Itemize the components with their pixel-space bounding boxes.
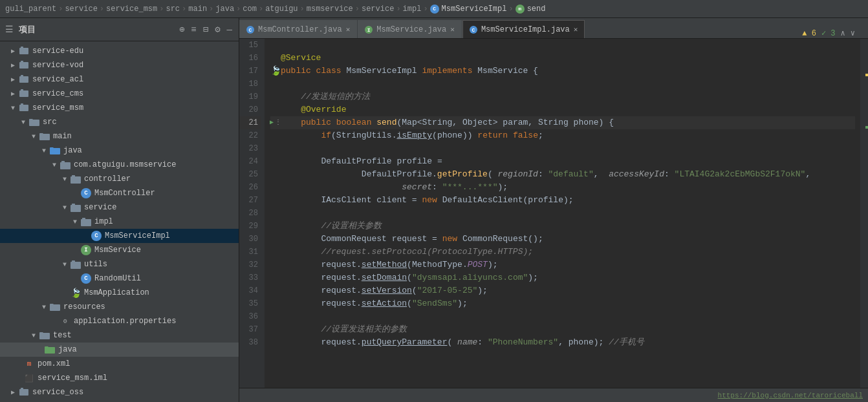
code-line: request . setAction ( "SendSms" ); xyxy=(270,297,855,310)
tree-label: pom.xml xyxy=(38,359,70,368)
expand-icon[interactable]: ≡ xyxy=(190,23,197,36)
tree-item-randomutil[interactable]: C RandomUtil xyxy=(0,271,239,286)
tree-item-msmserviceimpl[interactable]: C MsmServiceImpl xyxy=(0,229,239,243)
tree-item-java[interactable]: ▼ java xyxy=(0,143,239,158)
tab-bar: C MsmController.java ✕ I MsmService.java… xyxy=(239,18,868,39)
package-icon xyxy=(70,173,81,185)
tree-item-service-edu[interactable]: ▶ service-edu xyxy=(0,44,239,58)
tree-item-service-pkg[interactable]: ▼ service xyxy=(0,200,239,215)
tree-arrow: ▶ xyxy=(8,76,18,83)
chevron-down-icon[interactable]: ∨ xyxy=(851,28,855,38)
tree-label: MsmServiceImpl xyxy=(105,231,170,240)
tree-label: service_msm xyxy=(32,103,83,112)
code-line xyxy=(270,78,855,90)
code-line xyxy=(270,39,855,52)
tree-item-service-vod[interactable]: ▶ service-vod xyxy=(0,58,239,72)
collapse-icon[interactable]: ⊟ xyxy=(202,23,210,36)
xml-icon: m xyxy=(23,358,35,370)
tree-item-pom[interactable]: m pom.xml xyxy=(0,357,239,371)
module-icon xyxy=(18,59,30,71)
line-num: 31 xyxy=(239,246,261,259)
project-tree: ▶ service-edu ▶ service-vod ▶ service_ac… xyxy=(0,41,239,402)
line-num: 29 xyxy=(239,220,261,233)
breadcrumb-text: java xyxy=(215,5,234,14)
breadcrumb-text: service_msm xyxy=(106,5,157,14)
tree-item-resources[interactable]: ▼ resources xyxy=(0,300,239,314)
bean-marker: 🍃 xyxy=(270,65,281,78)
tree-item-package[interactable]: ▼ com.atguigu.msmservice xyxy=(0,158,239,172)
tree-item-java-test[interactable]: java xyxy=(0,343,239,357)
tab-icon: C xyxy=(246,25,254,34)
tree-item-msmapplication[interactable]: 🍃 MsmApplication xyxy=(0,286,239,300)
java-test-icon xyxy=(44,344,56,355)
line-num: 35 xyxy=(239,297,261,310)
tab-close-msmcontroller[interactable]: ✕ xyxy=(346,25,351,34)
line-num: 15 xyxy=(239,39,261,52)
tree-label: service_msm.iml xyxy=(38,374,107,383)
tree-item-service-cms[interactable]: ▶ service_cms xyxy=(0,87,239,101)
line-num: 17 xyxy=(239,65,261,78)
code-editor[interactable]: 15 16 17 18 19 20 21 22 23 24 25 26 27 2… xyxy=(239,39,868,388)
code-line xyxy=(270,207,855,220)
svg-rect-14 xyxy=(71,205,81,212)
line-num: 22 xyxy=(239,129,261,142)
breadcrumb-text: main xyxy=(188,5,207,14)
tab-close-msmserviceimpl[interactable]: ✕ xyxy=(574,25,578,34)
module-icon xyxy=(18,102,30,114)
sidebar-header: ☰ 项目 ⊕ ≡ ⊟ ⚙ — xyxy=(0,18,239,41)
tree-label: MsmService xyxy=(94,246,141,255)
code-content[interactable]: @Service 🍃 public class MsmServiceImpl i… xyxy=(265,39,860,388)
tree-label: com.atguigu.msmservice xyxy=(74,160,176,169)
tree-label: service-edu xyxy=(32,47,83,56)
tree-item-impl[interactable]: ▼ impl xyxy=(0,215,239,229)
interface-icon: I xyxy=(80,244,92,256)
tree-item-msmservice[interactable]: I MsmService xyxy=(0,243,239,257)
tree-arrow: ▼ xyxy=(18,119,28,126)
settings-icon[interactable]: ⚙ xyxy=(213,23,221,36)
tree-item-service-acl[interactable]: ▶ service_acl xyxy=(0,72,239,87)
tree-item-pom-service[interactable]: m pom.xml xyxy=(0,399,239,402)
status-url[interactable]: https://blog.csdn.net/taroriceball xyxy=(718,392,863,399)
close-sidebar-icon[interactable]: — xyxy=(226,23,233,36)
svg-rect-1 xyxy=(21,47,23,48)
code-line: //设置相关参数 xyxy=(270,220,855,233)
tree-item-utils[interactable]: ▼ utils xyxy=(0,257,239,271)
scroll-mark xyxy=(865,74,868,76)
tree-item-main[interactable]: ▼ main xyxy=(0,129,239,143)
tree-label: service_acl xyxy=(32,75,83,84)
svg-rect-18 xyxy=(71,262,81,269)
tab-icon: I xyxy=(365,25,373,34)
breadcrumb-text: impl xyxy=(403,5,422,14)
tree-label: impl xyxy=(94,217,113,226)
add-icon[interactable]: ⊕ xyxy=(178,23,186,36)
tree-item-controller[interactable]: ▼ controller xyxy=(0,172,239,186)
breadcrumb-text: src xyxy=(166,5,180,14)
tree-item-test[interactable]: ▼ test xyxy=(0,328,239,343)
tree-item-service-msm-iml[interactable]: ⬛ service_msm.iml xyxy=(0,371,239,385)
tab-msmservice[interactable]: I MsmService.java ✕ xyxy=(358,20,462,38)
code-line: //发送短信的方法 xyxy=(270,90,855,103)
breadcrumb-text: atguigu xyxy=(265,5,298,14)
tab-label: MsmService.java xyxy=(376,25,446,34)
tree-label: main xyxy=(53,132,72,141)
tree-item-service-oss[interactable]: ▶ service_oss xyxy=(0,385,239,399)
tree-label: src xyxy=(43,118,57,127)
tree-item-msmcontroller[interactable]: C MsmController xyxy=(0,186,239,200)
module-icon xyxy=(18,45,30,57)
properties-icon: ⚙ xyxy=(60,315,71,327)
tree-item-service-msm[interactable]: ▼ service_msm xyxy=(0,101,239,115)
tree-arrow: ▼ xyxy=(39,304,49,311)
chevron-up-icon[interactable]: ∧ xyxy=(841,28,845,38)
tree-label: service_oss xyxy=(32,388,83,397)
line-num: 23 xyxy=(239,142,261,155)
tree-item-app-properties[interactable]: ⚙ application.properties xyxy=(0,314,239,328)
tab-close-msmservice[interactable]: ✕ xyxy=(450,25,455,34)
module-icon xyxy=(18,88,30,100)
tab-msmserviceimpl[interactable]: C MsmServiceImpl.java ✕ xyxy=(462,20,585,38)
code-line: if ( StringUtils . isEmpty ( phone )) re… xyxy=(270,129,855,142)
line-num: 33 xyxy=(239,271,261,284)
code-line-active: ▶ ⋮ public boolean send ( Map < String ,… xyxy=(270,116,855,129)
tree-arrow: ▼ xyxy=(28,332,39,339)
tab-msmcontroller[interactable]: C MsmController.java ✕ xyxy=(239,20,357,38)
tree-item-src[interactable]: ▼ src xyxy=(0,115,239,129)
